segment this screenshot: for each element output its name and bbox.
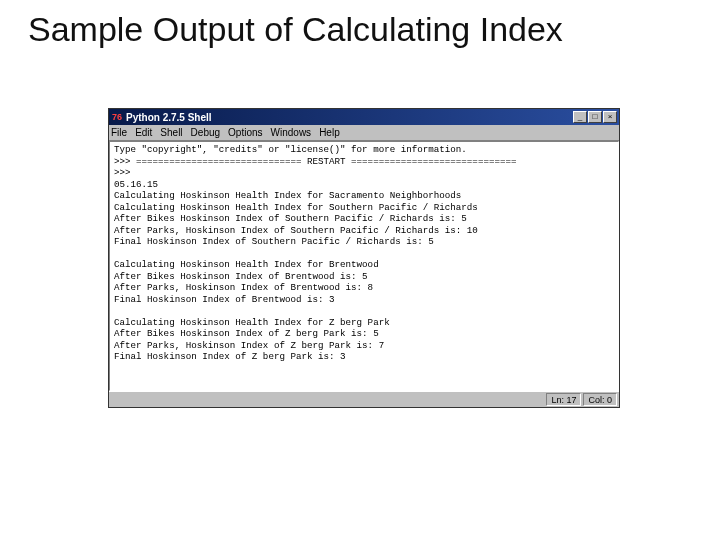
menu-windows[interactable]: Windows [271, 127, 312, 138]
maximize-button[interactable]: □ [588, 111, 602, 123]
terminal-line: Final Hoskinson Index of Southern Pacifi… [114, 236, 614, 248]
terminal-line: >>> ============================== RESTA… [114, 156, 614, 168]
menu-options[interactable]: Options [228, 127, 262, 138]
terminal-line [114, 305, 614, 317]
terminal-line: After Parks, Hoskinson Index of Brentwoo… [114, 282, 614, 294]
shell-window: 76 Python 2.7.5 Shell _ □ × File Edit Sh… [108, 108, 620, 408]
close-button[interactable]: × [603, 111, 617, 123]
minimize-button[interactable]: _ [573, 111, 587, 123]
terminal-line: After Parks, Hoskinson Index of Southern… [114, 225, 614, 237]
slide-title: Sample Output of Calculating Index [28, 10, 563, 49]
terminal-line [114, 363, 614, 375]
terminal-line: 05.16.15 [114, 179, 614, 191]
terminal-line [114, 248, 614, 260]
menu-shell[interactable]: Shell [160, 127, 182, 138]
menu-help[interactable]: Help [319, 127, 340, 138]
menu-file[interactable]: File [111, 127, 127, 138]
terminal-line: Calculating Hoskinson Health Index for B… [114, 259, 614, 271]
terminal-line: Calculating Hoskinson Health Index for S… [114, 190, 614, 202]
terminal-line: Final Hoskinson Index of Z berg Park is:… [114, 351, 614, 363]
menubar: File Edit Shell Debug Options Windows He… [109, 125, 619, 141]
status-ln: Ln: 17 [546, 393, 581, 406]
terminal-line: After Bikes Hoskinson Index of Southern … [114, 213, 614, 225]
terminal-line: Type "copyright", "credits" or "license(… [114, 144, 614, 156]
statusbar: Ln: 17 Col: 0 [109, 391, 619, 407]
terminal-line: Calculating Hoskinson Health Index for Z… [114, 317, 614, 329]
window-title: Python 2.7.5 Shell [126, 112, 572, 123]
terminal-line: After Parks, Hoskinson Index of Z berg P… [114, 340, 614, 352]
terminal-line: Calculating Hoskinson Health Index for S… [114, 202, 614, 214]
menu-debug[interactable]: Debug [191, 127, 220, 138]
terminal-line: >>> [114, 167, 614, 179]
menu-edit[interactable]: Edit [135, 127, 152, 138]
status-col: Col: 0 [583, 393, 617, 406]
terminal-line: After Bikes Hoskinson Index of Brentwood… [114, 271, 614, 283]
terminal-output[interactable]: Type "copyright", "credits" or "license(… [109, 141, 619, 391]
terminal-line: Final Hoskinson Index of Brentwood is: 3 [114, 294, 614, 306]
python-icon: 76 [111, 111, 123, 123]
titlebar[interactable]: 76 Python 2.7.5 Shell _ □ × [109, 109, 619, 125]
terminal-line: After Bikes Hoskinson Index of Z berg Pa… [114, 328, 614, 340]
